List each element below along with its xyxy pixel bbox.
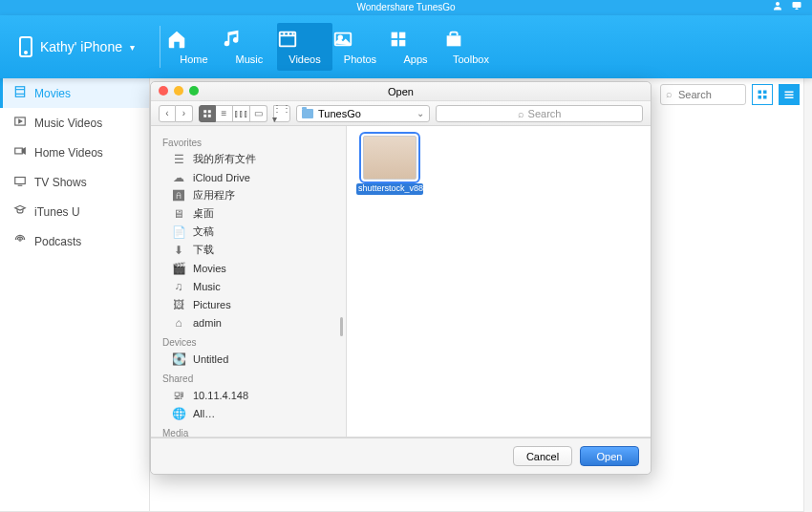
download-icon: ⬇ (172, 244, 185, 257)
svg-rect-1 (793, 2, 801, 8)
section-shared: Shared (151, 368, 346, 386)
scrollbar-thumb[interactable] (340, 317, 343, 336)
sidebar-item-podcasts[interactable]: Podcasts (0, 226, 149, 256)
sidebar-item-label: Movies (34, 87, 71, 100)
user-icon[interactable] (772, 0, 783, 16)
section-favorites: Favorites (151, 132, 346, 150)
nav-label: Music (236, 53, 264, 65)
nav-apps[interactable]: Apps (388, 23, 443, 71)
nav-toolbox[interactable]: Toolbox (443, 23, 499, 71)
globe-icon: 🌐 (172, 407, 185, 420)
videos-icon (277, 29, 332, 50)
minimize-icon[interactable] (174, 86, 183, 96)
svg-rect-17 (15, 148, 23, 154)
fav-apps[interactable]: 🅰应用程序 (151, 186, 346, 204)
file-item[interactable]: shutterstock_v881749.mov (356, 136, 423, 195)
shared-ip[interactable]: 🖳10.11.4.148 (151, 386, 346, 404)
svg-rect-25 (785, 92, 794, 94)
search-icon: ⌕ (518, 108, 524, 119)
dialog-file-pane[interactable]: shutterstock_v881749.mov (347, 126, 651, 437)
fav-admin[interactable]: ⌂admin (151, 313, 346, 331)
fav-desktop[interactable]: 🖥桌面 (151, 204, 346, 223)
nav-music[interactable]: Music (222, 23, 277, 71)
svg-rect-29 (208, 110, 211, 113)
view-icons-button[interactable] (199, 105, 216, 122)
nav-photos[interactable]: Photos (332, 23, 388, 71)
cancel-button[interactable]: Cancel (513, 446, 572, 466)
svg-rect-22 (763, 91, 767, 95)
dialog-search-input[interactable]: ⌕ Search (436, 105, 643, 122)
svg-rect-12 (399, 40, 405, 46)
home2-icon: ⌂ (172, 316, 185, 330)
view-grid-button[interactable] (752, 84, 773, 105)
home-icon (166, 29, 222, 50)
fav-icloud[interactable]: ☁iCloud Drive (151, 168, 346, 186)
device-selector[interactable]: Kathy' iPhone ▾ (19, 36, 135, 57)
sidebar-item-label: Music Videos (34, 117, 102, 130)
fav-documents[interactable]: 📄文稿 (151, 223, 346, 241)
svg-rect-26 (785, 95, 794, 96)
nav-home[interactable]: Home (166, 23, 222, 71)
file-thumbnail (363, 136, 417, 180)
sidebar: Movies Music Videos Home Videos TV Shows… (0, 78, 150, 512)
app-title: Wondershare TunesGo (356, 2, 455, 12)
musicvideo-icon (13, 115, 27, 131)
fav-movies[interactable]: 🎬Movies (151, 259, 346, 277)
cloud-icon: ☁ (172, 171, 185, 184)
sidebar-item-tv-shows[interactable]: TV Shows (0, 167, 149, 197)
nav-videos[interactable]: Videos (277, 23, 332, 71)
fav-music[interactable]: ♫Music (151, 277, 346, 295)
shared-all[interactable]: 🌐All… (151, 404, 346, 422)
svg-rect-13 (15, 87, 24, 97)
svg-point-20 (19, 239, 21, 241)
svg-rect-10 (399, 32, 405, 38)
desktop-icon: 🖥 (172, 207, 185, 221)
nav-label: Home (180, 53, 207, 65)
music2-icon: ♫ (172, 280, 185, 293)
view-list2-button[interactable]: ≡ (216, 105, 233, 122)
svg-rect-27 (785, 97, 794, 99)
music-icon (222, 29, 277, 50)
svg-rect-31 (208, 114, 211, 117)
open-button[interactable]: Open (580, 446, 639, 466)
close-icon[interactable] (159, 86, 168, 96)
sidebar-item-home-videos[interactable]: Home Videos (0, 138, 149, 167)
nav-back-button[interactable]: ‹ (159, 105, 176, 122)
nav-label: Videos (288, 53, 320, 65)
dialog-title: Open (388, 86, 414, 97)
folder-icon (302, 109, 313, 118)
device-untitled[interactable]: 💽Untitled (151, 350, 346, 368)
dialog-sidebar: Favorites ☰我的所有文件 ☁iCloud Drive 🅰应用程序 🖥桌… (151, 126, 347, 437)
phone-icon (19, 36, 32, 57)
path-selector[interactable]: TunesGo ⌄ (296, 105, 430, 122)
sidebar-item-itunes-u[interactable]: iTunes U (0, 197, 149, 226)
svg-rect-11 (392, 40, 397, 46)
device-name: Kathy' iPhone (40, 39, 122, 54)
svg-rect-30 (203, 114, 206, 117)
navbar: Kathy' iPhone ▾ Home Music Videos Photos… (0, 15, 812, 78)
fav-pictures[interactable]: 🖼Pictures (151, 295, 346, 313)
view-coverflow-button[interactable]: ▭ (250, 105, 267, 122)
nav-label: Toolbox (453, 53, 489, 65)
dialog-titlebar[interactable]: Open (151, 82, 651, 101)
server-icon: 🖳 (172, 389, 185, 402)
feedback-icon[interactable] (791, 0, 802, 16)
fav-all-files[interactable]: ☰我的所有文件 (151, 150, 346, 168)
zoom-icon[interactable] (189, 86, 199, 96)
dialog-footer: Cancel Open (151, 437, 651, 474)
window-titlebar: Wondershare TunesGo (0, 0, 812, 15)
pictures-icon: 🖼 (172, 298, 185, 311)
nav-forward-button[interactable]: › (176, 105, 193, 122)
svg-rect-9 (392, 32, 397, 38)
sidebar-item-music-videos[interactable]: Music Videos (0, 108, 149, 138)
group-button[interactable]: ⋮⋮ ▾ (273, 105, 290, 122)
open-dialog: Open ‹ › ≡ ⫿⫿⫿ ▭ ⋮⋮ ▾ TunesGo ⌄ ⌕ Search… (150, 81, 652, 475)
allfiles-icon: ☰ (172, 153, 185, 166)
view-columns-button[interactable]: ⫿⫿⫿ (233, 105, 250, 122)
separator (160, 26, 160, 68)
svg-rect-18 (15, 178, 26, 184)
sidebar-item-movies[interactable]: Movies (0, 78, 149, 108)
fav-downloads[interactable]: ⬇下载 (151, 241, 346, 259)
view-list-button[interactable] (779, 84, 800, 105)
search-input[interactable] (660, 84, 746, 105)
